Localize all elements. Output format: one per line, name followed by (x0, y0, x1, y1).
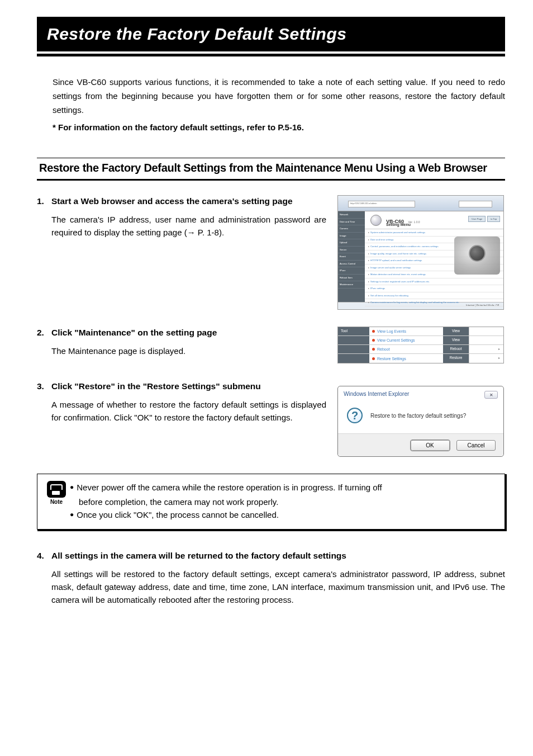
step-1-heading-text: Start a Web browser and access the camer… (51, 195, 326, 207)
dialog-close-button[interactable]: ✕ (484, 391, 498, 399)
maint-side-blank (338, 336, 369, 344)
dialog-message: Restore to the factory default settings? (370, 413, 466, 419)
browser-url-field[interactable]: http://192.168.101.x/admin (348, 201, 415, 207)
settings-header: VB-C60 Ver. 1.0.0 Setting Menu User Page… (365, 211, 503, 229)
sidebar-item-upload[interactable]: Upload (338, 239, 365, 247)
dialog-title-text: Windows Internet Explorer (344, 391, 409, 399)
camera-product-image (454, 237, 500, 275)
maint-label-restore: Restore Settings (369, 354, 443, 363)
note-bullet-1: ● Never power off the camera while the r… (70, 481, 382, 494)
step-2-body: The Maintenance page is displayed. (37, 344, 326, 357)
step-2-number: 2. (37, 327, 51, 339)
note-text-2: Once you click "OK", the process cannot … (77, 508, 279, 521)
step-4-number: 4. (37, 550, 51, 562)
note-box: Note ● Never power off the camera while … (37, 474, 505, 530)
user-page-button[interactable]: User Page (468, 216, 486, 222)
maint-label-view-log: View Log Events (369, 327, 443, 336)
settings-row-network[interactable]: System administrator password and networ… (365, 229, 503, 237)
step-1-heading: 1. Start a Web browser and access the ca… (37, 195, 326, 207)
restore-button[interactable]: Restore (443, 354, 469, 363)
section-title: Restore the Factory Default Settings fro… (39, 162, 503, 174)
step-3-heading: 3. Click "Restore" in the "Restore Setti… (37, 380, 326, 393)
bullet-icon (372, 339, 375, 342)
maint-row-restore: Restore Settings Restore ▸ (338, 354, 503, 363)
section-title-box: Restore the Factory Default Settings fro… (37, 158, 505, 181)
to-top-button[interactable]: to Top (487, 216, 500, 222)
intro-paragraph: Since VB-C60 supports various functions,… (37, 75, 505, 117)
sidebar-item-event[interactable]: Event (338, 253, 365, 261)
note-label: Note (43, 499, 70, 505)
maint-side-blank (338, 345, 369, 353)
note-text-1a: Never power off the camera while the res… (77, 481, 382, 494)
step-2-heading-text: Click "Maintenance" on the setting page (51, 327, 326, 339)
settings-row-reboot-item[interactable]: Set all items necessary for rebooting (365, 292, 503, 300)
maint-right-1 (469, 336, 503, 344)
step-3-heading-text: Click "Restore" in the "Restore Settings… (51, 380, 326, 393)
step-4-body: All settings will be restored to the fac… (37, 568, 505, 607)
bullet-icon (372, 330, 375, 333)
step-1-body: The camera's IP address, user name and a… (37, 213, 326, 239)
sidebar-item-access-control[interactable]: Access Control (338, 261, 365, 268)
sidebar-item-image[interactable]: Image (338, 233, 365, 240)
sidebar-item-reboot-item[interactable]: Reboot Item (338, 275, 365, 282)
settings-row-ipsec[interactable]: IPsec settings (365, 285, 503, 292)
step-1-number: 1. (37, 195, 51, 207)
settings-row-access-control[interactable]: Settings to restrict registered users an… (365, 278, 503, 286)
step-3-number: 3. (37, 380, 51, 393)
question-icon: ? (347, 408, 363, 423)
maint-label-reboot: Reboot (369, 345, 443, 353)
maint-right-3: ▸ (469, 354, 503, 363)
setting-menu-label: Setting Menu (386, 223, 411, 226)
bullet-icon (372, 357, 375, 360)
camera-lens-icon (469, 245, 486, 262)
step-4-heading-text: All settings in the camera will be retur… (51, 550, 505, 562)
maint-side-label: Tool (338, 327, 369, 336)
sidebar-item-network[interactable]: Network (338, 211, 365, 219)
chapter-title: Restore the Factory Default Settings (37, 17, 505, 51)
maint-right-2: ▸ (469, 345, 503, 353)
settings-row-maintenance[interactable]: Camera maintenance for log events, setti… (365, 299, 503, 306)
settings-sidebar: Network Date and Time Camera Image Uploa… (338, 211, 365, 302)
chapter-underline (37, 54, 505, 56)
maintenance-table: Tool View Log Events View View Current S… (337, 327, 504, 363)
camera-logo-icon (370, 215, 382, 226)
intro-note: * For information on the factory default… (37, 122, 505, 132)
note-icon (47, 481, 66, 498)
settings-browser-screenshot: http://192.168.101.x/admin Network Date … (337, 195, 504, 310)
maint-side-blank (338, 354, 369, 363)
step-2-heading: 2. Click "Maintenance" on the setting pa… (37, 327, 326, 339)
view-log-button[interactable]: View (443, 327, 469, 336)
sidebar-item-date-time[interactable]: Date and Time (338, 219, 365, 226)
step-3-body: A message of whether to restore the fact… (37, 398, 326, 424)
sidebar-item-server[interactable]: Server (338, 247, 365, 254)
sidebar-item-camera[interactable]: Camera (338, 225, 365, 233)
maint-right-0 (469, 327, 503, 336)
sidebar-item-maintenance[interactable]: Maintenance (338, 281, 365, 289)
bullet-icon (372, 348, 375, 351)
maint-label-view-settings: View Current Settings (369, 336, 443, 344)
step-4-heading: 4. All settings in the camera will be re… (37, 550, 505, 562)
confirm-dialog: Windows Internet Explorer ✕ ? Restore to… (337, 386, 504, 457)
note-text-1b: before completion, the camera may not wo… (70, 495, 382, 508)
note-bullet-2: ● Once you click "OK", the process canno… (70, 508, 382, 521)
maint-row-reboot: Reboot Reboot ▸ (338, 345, 503, 354)
dialog-cancel-button[interactable]: Cancel (456, 440, 496, 451)
maint-row-view-log: Tool View Log Events View (338, 327, 503, 336)
maint-row-view-settings: View Current Settings View (338, 336, 503, 345)
browser-chrome: http://192.168.101.x/admin (338, 196, 503, 211)
bullet-icon: ● (70, 481, 74, 494)
dialog-ok-button[interactable]: OK (411, 440, 450, 451)
bullet-icon: ● (70, 508, 74, 521)
view-settings-button[interactable]: View (443, 336, 469, 344)
reboot-button[interactable]: Reboot (443, 345, 469, 353)
browser-search-box[interactable] (459, 201, 492, 207)
sidebar-item-ipsec[interactable]: IPsec (338, 267, 365, 275)
